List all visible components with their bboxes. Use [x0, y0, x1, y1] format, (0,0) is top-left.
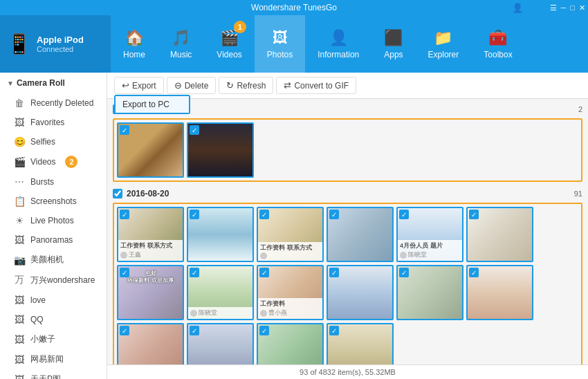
refresh-label: Refresh: [237, 81, 266, 91]
tiantiap-icon: 🖼: [14, 374, 25, 380]
photo-thumb[interactable]: ✓: [327, 323, 394, 364]
photo-check: ✓: [259, 326, 269, 335]
convert-gif-label: Convert to GIF: [294, 81, 349, 91]
sidebar-item-xiaonizi[interactable]: 🖼 小嫩子: [0, 329, 107, 349]
photo-thumb[interactable]: ✓: [466, 207, 533, 262]
selfies-icon: 😊: [14, 136, 25, 147]
sidebar-item-qq[interactable]: 🖼 QQ: [0, 310, 107, 329]
tab-toolbox[interactable]: 🧰 Toolbox: [471, 15, 524, 73]
photo-thumb[interactable]: ✓ 陈晓堂: [187, 265, 254, 320]
tab-explorer[interactable]: 📁 Explorer: [416, 15, 472, 73]
photo-check: ✓: [469, 268, 479, 277]
date-group-2-checkbox[interactable]: [113, 189, 122, 198]
photo-thumb[interactable]: ✓: [257, 323, 324, 364]
photo-thumb[interactable]: ✓: [187, 122, 254, 178]
maximize-button[interactable]: □: [570, 3, 575, 12]
apps-icon: ⬛: [384, 29, 403, 47]
photo-thumb[interactable]: ✓ 4月份人员 题片 陈晓堂: [396, 207, 463, 262]
export-dropdown: Export to PC: [114, 95, 190, 114]
photo-thumb[interactable]: ✓ 工作资料 联系方式 王鑫: [117, 207, 184, 262]
menu-icon[interactable]: ☰: [550, 3, 557, 12]
date-group-2: 2016-08-20 91 ✓ 工作资料 联系方式 王鑫 ✓: [113, 189, 582, 364]
sidebar-item-wangyi[interactable]: 🖼 网易新闻: [0, 349, 107, 369]
sidebar-item-live-photos[interactable]: ☀ Live Photos: [0, 211, 107, 230]
convert-gif-button[interactable]: ⇄ Convert to GIF: [276, 77, 356, 94]
photo-check: ✓: [259, 210, 269, 219]
photo-check: ✓: [190, 268, 199, 277]
sidebar-item-label: Selfies: [30, 137, 55, 147]
photo-thumb[interactable]: ✓: [327, 207, 394, 262]
export-icon: ↩: [122, 80, 129, 91]
photo-check: ✓: [120, 268, 129, 277]
photos-grid-2: ✓ 工作资料 联系方式 王鑫 ✓ ✓ 工作资料 联系方式: [113, 203, 582, 364]
sidebar-videos-badge: 2: [65, 156, 77, 168]
sidebar-item-wanxing[interactable]: 万 万兴wondershare: [0, 270, 107, 290]
photo-thumb[interactable]: ✓ 包邮环保新料 双层加厚: [117, 265, 184, 320]
tab-photos[interactable]: 🖼 Photos: [255, 15, 305, 73]
date-count-2: 91: [574, 190, 582, 198]
main-area: ▼ Camera Roll 🗑 Recently Deleted 🖼 Favor…: [0, 73, 588, 379]
photo-info: 工作资料 曹小燕: [258, 298, 322, 319]
photos-grid-1: ✓ ✓: [113, 118, 582, 182]
wanxing-icon: 万: [14, 274, 25, 286]
tab-home[interactable]: 🏠 Home: [111, 15, 158, 73]
photo-thumb[interactable]: ✓: [466, 265, 533, 320]
delete-icon: ⊖: [174, 80, 182, 91]
sidebar-item-tiantiap[interactable]: 🖼 天天P图: [0, 369, 107, 379]
device-icon: 📱: [7, 33, 31, 55]
sidebar-item-recently-deleted[interactable]: 🗑 Recently Deleted: [0, 93, 107, 113]
delete-button[interactable]: ⊖ Delete: [167, 77, 217, 94]
tab-information[interactable]: 👤 Information: [305, 15, 371, 73]
photo-thumb[interactable]: ✓ 工作资料 曹小燕: [257, 265, 324, 320]
delete-label: Delete: [185, 81, 209, 91]
refresh-button[interactable]: ↻ Refresh: [219, 77, 273, 94]
sidebar-item-panoramas[interactable]: 🖼 Panoramas: [0, 230, 107, 250]
sidebar-item-screenshots[interactable]: 📋 Screenshots: [0, 192, 107, 211]
sidebar-item-label: 小嫩子: [30, 333, 55, 345]
trash-icon: 🗑: [14, 98, 25, 109]
live-photos-icon: ☀: [14, 215, 25, 226]
screenshots-icon: 📋: [14, 196, 25, 207]
tab-photos-label: Photos: [267, 50, 293, 59]
sidebar-item-meiyan[interactable]: 📷 美颜相机: [0, 250, 107, 270]
device-name: Apple iPod: [37, 35, 84, 45]
tab-music[interactable]: 🎵 Music: [158, 15, 204, 73]
tab-home-label: Home: [123, 50, 145, 59]
wangyi-icon: 🖼: [14, 354, 25, 365]
device-info: 📱 Apple iPod Connected: [0, 15, 111, 73]
photo-check: ✓: [329, 326, 339, 335]
photo-check: ✓: [329, 210, 339, 219]
sidebar-section-label: Camera Roll: [17, 78, 65, 88]
close-button[interactable]: ✕: [579, 3, 585, 12]
sidebar-item-favorites[interactable]: 🖼 Favorites: [0, 113, 107, 132]
export-to-pc-item[interactable]: Export to PC: [116, 96, 189, 113]
toolbar: ↩ Export ⊖ Delete ↻ Refresh ⇄ Convert to…: [107, 73, 588, 99]
sidebar-item-label: love: [30, 295, 46, 305]
export-button[interactable]: ↩ Export: [114, 77, 164, 94]
tab-videos[interactable]: 🎬 Videos 1: [204, 15, 254, 73]
sidebar-item-label: 网易新闻: [30, 353, 64, 365]
minimize-button[interactable]: ─: [561, 3, 567, 12]
photo-thumb[interactable]: ✓: [327, 265, 394, 320]
xiaonizi-icon: 🖼: [14, 334, 25, 345]
app-title: Wondershare TunesGo: [251, 3, 337, 12]
photos-area[interactable]: 2016-08-21 2 ✓ ✓ 2016-08-20 91: [107, 99, 588, 364]
user-icon[interactable]: 👤: [512, 3, 523, 13]
photo-thumb[interactable]: ✓: [187, 323, 254, 364]
sidebar-item-love[interactable]: 🖼 love: [0, 290, 107, 310]
photo-thumb[interactable]: ✓: [187, 207, 254, 262]
sidebar-item-videos[interactable]: 🎬 Videos 2: [0, 151, 107, 172]
photo-thumb[interactable]: ✓ 工作资料 联系方式: [257, 207, 324, 262]
photo-thumb[interactable]: ✓: [117, 122, 184, 178]
sidebar-item-bursts[interactable]: ⋯ Bursts: [0, 172, 107, 192]
sidebar-item-label: 天天P图: [30, 373, 61, 379]
content-area: ↩ Export ⊖ Delete ↻ Refresh ⇄ Convert to…: [107, 73, 588, 379]
photo-thumb[interactable]: ✓: [396, 265, 463, 320]
photo-thumb[interactable]: ✓: [117, 323, 184, 364]
header: 📱 Apple iPod Connected 🏠 Home 🎵 Music 🎬 …: [0, 15, 588, 73]
qq-icon: 🖼: [14, 314, 25, 325]
tab-apps[interactable]: ⬛ Apps: [371, 15, 415, 73]
status-text: 93 of 4832 item(s), 55.32MB: [300, 368, 396, 376]
sidebar-item-selfies[interactable]: 😊 Selfies: [0, 132, 107, 151]
sidebar-section-camera-roll[interactable]: ▼ Camera Roll: [0, 73, 107, 93]
